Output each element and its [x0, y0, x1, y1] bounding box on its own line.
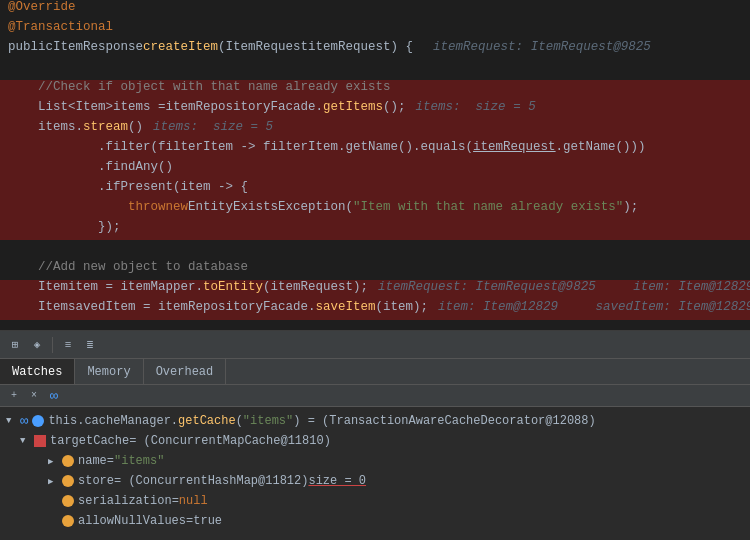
arrow-store[interactable]: ▶ — [48, 476, 62, 487]
toolbar-icon-grid[interactable]: ⊞ — [6, 336, 24, 354]
param-name: itemRequest — [308, 40, 391, 54]
tree-item-store[interactable]: ▶ store = (ConcurrentHashMap@11812) size… — [0, 471, 750, 491]
serial-eq: = — [172, 494, 179, 508]
stream-call: items. — [8, 120, 83, 134]
icon-orange-allownull — [62, 515, 74, 527]
paren-close: ) { — [391, 40, 414, 54]
store-var: store — [78, 474, 114, 488]
debugger-panel: ⊞ ◈ ≡ ≣ Watches Memory Overhead + × ∞ ▼ … — [0, 330, 750, 540]
arrow-name[interactable]: ▶ — [48, 456, 62, 467]
hint-itemrequest: itemRequest: ItemRequest@9825 — [433, 40, 651, 54]
method-name: createItem — [143, 40, 218, 54]
stream-method: stream — [83, 120, 128, 134]
exception-type: EntityExistsException — [188, 200, 346, 214]
name-val: "items" — [114, 454, 164, 468]
stream-call-end: () — [128, 120, 143, 134]
tab-memory[interactable]: Memory — [75, 359, 143, 384]
watch-add-icon[interactable]: + — [6, 388, 22, 404]
serial-var: serialization — [78, 494, 172, 508]
item-request-ref: itemRequest — [473, 140, 556, 154]
code-line-10: .ifPresent(item -> { — [0, 180, 750, 200]
name-eq: = — [107, 454, 114, 468]
tab-overhead[interactable]: Overhead — [144, 359, 227, 384]
toolbar-icon-step[interactable]: ◈ — [28, 336, 46, 354]
code-line-17 — [0, 320, 750, 330]
infinity-icon: ∞ — [20, 413, 28, 429]
toolbar-icon-menu1[interactable]: ≡ — [59, 336, 77, 354]
item-var: item = itemMapper. — [68, 280, 203, 294]
debugger-toolbar: ⊞ ◈ ≡ ≣ — [0, 331, 750, 359]
code-line-12: }); — [0, 220, 750, 240]
new-kw: new — [166, 200, 189, 214]
items-var: items = — [113, 100, 166, 114]
code-line-3: public ItemResponse createItem ( ItemReq… — [0, 40, 750, 60]
allownull-eq: = — [186, 514, 193, 528]
hint-saveditem: item: Item@12829 savedItem: Item@12829 — [438, 300, 750, 314]
store-size: size = 0 — [308, 474, 366, 488]
tree-item-targetcache[interactable]: ▼ targetCache = (ConcurrentMapCache@1181… — [0, 431, 750, 451]
hint-items-size: items: size = 5 — [416, 100, 536, 114]
ifpresent-close: }); — [8, 220, 121, 234]
saveditem-type: Item — [8, 300, 68, 314]
code-line-14: //Add new object to database — [0, 260, 750, 280]
items-call-end: (); — [383, 100, 406, 114]
saveitem-args: (item); — [376, 300, 429, 314]
throw-kw: throw — [8, 200, 166, 214]
arrow-root[interactable]: ▼ — [6, 416, 20, 426]
code-line-2: @Transactional — [0, 20, 750, 40]
toentity-args: (itemRequest); — [263, 280, 368, 294]
code-line-11: throw new EntityExistsException ( "Item … — [0, 200, 750, 220]
annotation-transactional: @Transactional — [8, 20, 113, 34]
code-line-1: @Override — [0, 0, 750, 20]
watch-infinity-icon[interactable]: ∞ — [46, 388, 62, 404]
code-line-7: items. stream () items: size = 5 — [0, 120, 750, 140]
saveditem-var: savedItem = itemRepositoryFacade. — [68, 300, 316, 314]
saveitem-method: saveItem — [316, 300, 376, 314]
code-editor: @Override @Transactional public ItemResp… — [0, 0, 750, 330]
tab-watches[interactable]: Watches — [0, 359, 75, 384]
findany-call: .findAny() — [8, 160, 173, 174]
keyword-public: public — [8, 40, 53, 54]
toolbar-icon-menu2[interactable]: ≣ — [81, 336, 99, 354]
watches-content: ▼ ∞ this.cacheManager.getCache("items") … — [0, 407, 750, 540]
tree-item-root[interactable]: ▼ ∞ this.cacheManager.getCache("items") … — [0, 411, 750, 431]
paren-open: ( — [218, 40, 226, 54]
code-line-15: Item item = itemMapper. toEntity (itemRe… — [0, 280, 750, 300]
list-type: List<Item> — [38, 100, 113, 114]
allownull-val: true — [193, 514, 222, 528]
item-type: Item — [8, 280, 68, 294]
watch-toolbar: + × ∞ — [0, 385, 750, 407]
exception-end: ); — [623, 200, 638, 214]
items-facade-call: itemRepositoryFacade. — [166, 100, 324, 114]
hint-stream-size: items: size = 5 — [153, 120, 273, 134]
root-text: this.cacheManager.getCache("items") = (T… — [48, 414, 595, 428]
getitems-method: getItems — [323, 100, 383, 114]
icon-blue-root — [32, 415, 44, 427]
code-line-13 — [0, 240, 750, 260]
annotation-override: @Override — [8, 0, 76, 14]
code-line-9: .findAny() — [0, 160, 750, 180]
filter-call: .filter(filterItem -> filterItem.getName… — [8, 140, 473, 154]
tree-item-allownull[interactable]: ▶ allowNullValues = true — [0, 511, 750, 531]
icon-orange-name — [62, 455, 74, 467]
code-line-6: List<Item> items = itemRepositoryFacade.… — [0, 100, 750, 120]
ifpresent-call: .ifPresent(item -> { — [8, 180, 248, 194]
icon-red-target — [34, 435, 46, 447]
tree-item-serial[interactable]: ▶ serialization = null — [0, 491, 750, 511]
toolbar-sep-1 — [52, 337, 53, 353]
icon-orange-serial — [62, 495, 74, 507]
icon-orange-store — [62, 475, 74, 487]
targetcache-eq: = (ConcurrentMapCache@11810) — [129, 434, 331, 448]
name-var: name — [78, 454, 107, 468]
debugger-tabs: Watches Memory Overhead — [0, 359, 750, 385]
code-line-16: Item savedItem = itemRepositoryFacade. s… — [0, 300, 750, 320]
arrow-targetcache[interactable]: ▼ — [20, 436, 34, 446]
watch-remove-icon[interactable]: × — [26, 388, 42, 404]
code-line-5: //Check if object with that name already… — [0, 80, 750, 100]
toentity-method: toEntity — [203, 280, 263, 294]
return-type: ItemResponse — [53, 40, 143, 54]
exception-string: "Item with that name already exists" — [353, 200, 623, 214]
tree-item-name[interactable]: ▶ name = "items" — [0, 451, 750, 471]
getname-call: .getName())) — [556, 140, 646, 154]
comment-check: //Check if object with that name already… — [8, 80, 391, 94]
